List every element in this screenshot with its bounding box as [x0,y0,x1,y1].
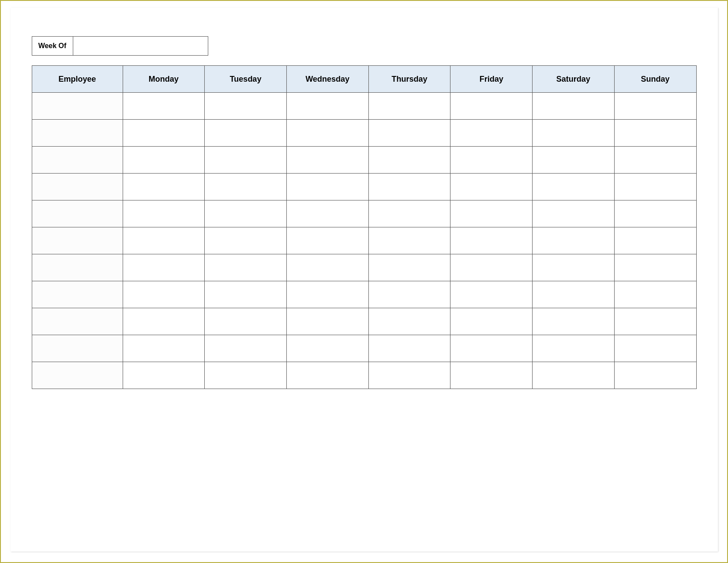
saturday-cell[interactable] [533,200,615,227]
monday-cell[interactable] [123,120,205,147]
employee-cell[interactable] [32,281,123,308]
saturday-cell[interactable] [533,308,615,335]
wednesday-cell[interactable] [286,93,368,120]
thursday-cell[interactable] [368,147,450,174]
tuesday-cell[interactable] [205,200,287,227]
thursday-header: Thursday [368,66,450,93]
wednesday-cell[interactable] [286,227,368,254]
monday-cell[interactable] [123,362,205,389]
wednesday-cell[interactable] [286,281,368,308]
employee-cell[interactable] [32,200,123,227]
thursday-cell[interactable] [368,335,450,362]
tuesday-cell[interactable] [205,93,287,120]
thursday-cell[interactable] [368,362,450,389]
friday-cell[interactable] [450,200,533,227]
table-row [32,147,696,174]
tuesday-cell[interactable] [205,227,287,254]
saturday-cell[interactable] [533,147,615,174]
thursday-cell[interactable] [368,174,450,200]
friday-cell[interactable] [450,227,533,254]
tuesday-cell[interactable] [205,174,287,200]
tuesday-cell[interactable] [205,362,287,389]
table-row [32,308,696,335]
tuesday-cell[interactable] [205,281,287,308]
monday-cell[interactable] [123,227,205,254]
sunday-cell[interactable] [614,335,696,362]
friday-cell[interactable] [450,147,533,174]
friday-header: Friday [450,66,533,93]
wednesday-cell[interactable] [286,335,368,362]
sunday-cell[interactable] [614,281,696,308]
employee-cell[interactable] [32,120,123,147]
table-row [32,254,696,281]
sunday-cell[interactable] [614,93,696,120]
monday-cell[interactable] [123,147,205,174]
friday-cell[interactable] [450,281,533,308]
schedule-table: Employee Monday Tuesday Wednesday Thursd… [32,65,697,389]
wednesday-cell[interactable] [286,147,368,174]
week-of-input[interactable] [73,37,208,55]
saturday-cell[interactable] [533,174,615,200]
saturday-cell[interactable] [533,281,615,308]
thursday-cell[interactable] [368,227,450,254]
employee-cell[interactable] [32,254,123,281]
friday-cell[interactable] [450,93,533,120]
friday-cell[interactable] [450,254,533,281]
thursday-cell[interactable] [368,120,450,147]
saturday-cell[interactable] [533,120,615,147]
saturday-cell[interactable] [533,254,615,281]
monday-cell[interactable] [123,254,205,281]
employee-cell[interactable] [32,227,123,254]
friday-cell[interactable] [450,120,533,147]
sunday-cell[interactable] [614,308,696,335]
sunday-cell[interactable] [614,147,696,174]
sunday-cell[interactable] [614,254,696,281]
friday-cell[interactable] [450,362,533,389]
wednesday-header: Wednesday [286,66,368,93]
monday-cell[interactable] [123,281,205,308]
tuesday-cell[interactable] [205,147,287,174]
employee-cell[interactable] [32,93,123,120]
sunday-cell[interactable] [614,200,696,227]
employee-cell[interactable] [32,174,123,200]
tuesday-cell[interactable] [205,335,287,362]
monday-cell[interactable] [123,308,205,335]
thursday-cell[interactable] [368,254,450,281]
tuesday-cell[interactable] [205,254,287,281]
thursday-cell[interactable] [368,308,450,335]
sunday-cell[interactable] [614,120,696,147]
sunday-cell[interactable] [614,174,696,200]
employee-cell[interactable] [32,308,123,335]
employee-cell[interactable] [32,362,123,389]
wednesday-cell[interactable] [286,200,368,227]
monday-cell[interactable] [123,335,205,362]
monday-cell[interactable] [123,174,205,200]
saturday-cell[interactable] [533,335,615,362]
tuesday-cell[interactable] [205,308,287,335]
saturday-cell[interactable] [533,93,615,120]
wednesday-cell[interactable] [286,308,368,335]
employee-cell[interactable] [32,335,123,362]
saturday-cell[interactable] [533,362,615,389]
wednesday-cell[interactable] [286,174,368,200]
table-header-row: Employee Monday Tuesday Wednesday Thursd… [32,66,696,93]
tuesday-cell[interactable] [205,120,287,147]
wednesday-cell[interactable] [286,120,368,147]
monday-cell[interactable] [123,200,205,227]
friday-cell[interactable] [450,174,533,200]
table-row [32,93,696,120]
week-of-label: Week Of [32,37,73,55]
monday-cell[interactable] [123,93,205,120]
wednesday-cell[interactable] [286,362,368,389]
friday-cell[interactable] [450,308,533,335]
thursday-cell[interactable] [368,93,450,120]
thursday-cell[interactable] [368,200,450,227]
sunday-cell[interactable] [614,227,696,254]
sunday-cell[interactable] [614,362,696,389]
saturday-cell[interactable] [533,227,615,254]
table-row [32,120,696,147]
wednesday-cell[interactable] [286,254,368,281]
thursday-cell[interactable] [368,281,450,308]
employee-cell[interactable] [32,147,123,174]
friday-cell[interactable] [450,335,533,362]
